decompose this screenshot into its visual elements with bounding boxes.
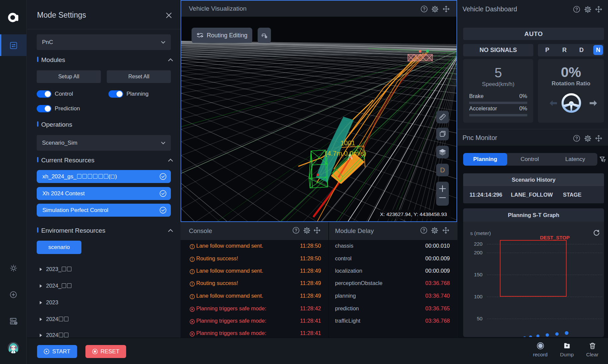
svg-text:(4.7m,0.0m/s): (4.7m,0.0m/s) [325, 150, 366, 157]
svg-text:1001: 1001 [340, 139, 355, 147]
